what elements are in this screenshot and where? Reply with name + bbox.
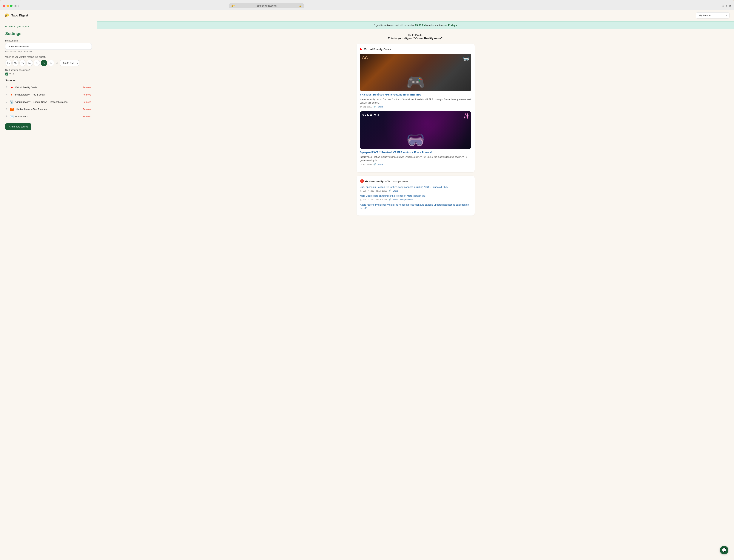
reddit-post-title-2[interactable]: Mark Zuckerberg announces the release of…	[360, 194, 471, 198]
reddit-post-title-3[interactable]: Apple reportedly slashes Vision Pro head…	[360, 203, 471, 210]
source-item-newsletters: ⠿ ✉️ Newsletters Remove	[5, 113, 92, 120]
share-icon-1: 🔗	[373, 106, 376, 108]
share-icon-2: 🔗	[373, 163, 376, 166]
upvotes-1: 960	[363, 190, 366, 192]
digest-banner: Digest is activated and will be sent at …	[97, 21, 734, 29]
youtube-section-icon: ▶	[360, 47, 363, 51]
remove-source-2[interactable]: Remove	[83, 101, 91, 103]
url-display: app.tacodigest.com	[257, 4, 277, 7]
browser-actions: ⎋ + ⧉	[722, 4, 731, 7]
reddit-post-3: Apple reportedly slashes Vision Pro head…	[360, 203, 471, 210]
address-bar[interactable]: 🌮 app.tacodigest.com 🔒	[229, 3, 304, 8]
upvote-icon-2: △	[360, 199, 362, 201]
drag-handle[interactable]: ⠿	[6, 101, 8, 103]
reddit-post-meta-1: △ 960 ○ 220 22 Apr 19:26 🔗 Share	[360, 190, 471, 192]
share-btn-r2[interactable]: Share	[393, 199, 398, 201]
remove-source-0[interactable]: Remove	[83, 86, 91, 89]
video-desc-1: Here's an early look at Gunman Contracts…	[360, 98, 471, 104]
video-title-2[interactable]: Synapse PSVR 2 Preview! VR FPS Action + …	[360, 151, 471, 154]
minimize-button[interactable]	[7, 5, 9, 7]
chat-icon: 💬	[722, 548, 727, 552]
banner-text-middle: and will be sent at	[394, 24, 415, 27]
rss-icon: 📡	[10, 100, 14, 104]
thumbnail-vr1: 🎮 🥽 GC	[360, 54, 471, 91]
share-icon-r2: 🔗	[389, 199, 391, 201]
remove-source-1[interactable]: Remove	[83, 93, 91, 96]
close-button[interactable]	[3, 5, 5, 7]
share-btn-1[interactable]: Share	[377, 106, 383, 108]
sources-list: ⠿ ▶ Virtual Reality Oasis Remove ⠿ ● r/v…	[5, 84, 92, 120]
newsletter-icon: ✉️	[10, 115, 14, 118]
time-select[interactable]: 05:00 PM 06:00 PM 07:00 AM	[60, 60, 79, 66]
last-sent-text: Last sent at 12 Apr 05:01 PM	[5, 50, 92, 53]
back-link[interactable]: ↩ Back to your digests	[5, 25, 92, 28]
at-label: at	[56, 62, 58, 64]
new-tab-icon[interactable]: +	[726, 4, 727, 7]
yes-label: Yes!	[9, 73, 14, 76]
video-title-1[interactable]: VR's Most Realistic FPS Is Getting Even …	[360, 93, 471, 97]
back-link-text: Back to your digests	[8, 25, 30, 28]
account-dropdown[interactable]: My Account ▾	[696, 12, 730, 19]
tabs-icon[interactable]: ⧉	[729, 4, 731, 7]
reddit-post-title-1[interactable]: Zuck opens up Horizon OS to third-party …	[360, 185, 471, 189]
logo-text: Taco Digest	[11, 14, 28, 17]
hn-icon: Y	[10, 108, 14, 111]
post-date-1: 22 Apr 19:26	[375, 190, 387, 192]
drag-handle[interactable]: ⠿	[6, 115, 8, 118]
video-meta-2: 07 Jun 21:00 🔗 Share	[360, 163, 471, 166]
browser-nav: ⊞ ‹	[14, 4, 19, 7]
fullscreen-button[interactable]	[10, 5, 13, 7]
upvotes-2: 470	[363, 199, 366, 201]
share-icon-r1: 🔗	[389, 190, 391, 192]
content-card-1: 🎮 🥽 GC VR's Most Realistic FPS Is Gettin…	[360, 54, 471, 108]
thumbnail-vr2: 🥽 SYNAPSE ✨	[360, 111, 471, 149]
banner-text-after: .	[457, 24, 457, 27]
day-fr[interactable]: Fr	[41, 60, 47, 66]
schedule-label: When do you want to receive this digest?	[5, 56, 92, 58]
chevron-down-icon: ▾	[726, 14, 727, 17]
reddit-post-meta-2: △ 470 ○ 370 22 Apr 17:45 🔗 Share instagr…	[360, 199, 471, 201]
browser-chrome: ⊞ ‹ 🌮 app.tacodigest.com 🔒 ⎋ + ⧉	[0, 0, 734, 10]
reddit-title: r/virtualreality – Top posts per week	[365, 180, 408, 183]
back-nav-icon[interactable]: ‹	[18, 4, 19, 7]
digest-name-input[interactable]	[5, 43, 92, 50]
day-we[interactable]: We	[27, 60, 33, 66]
video-desc-2: In this video I get an exclusive hands o…	[360, 155, 471, 162]
yes-checkbox[interactable]: ✓	[5, 73, 8, 76]
sidebar-icon[interactable]: ⊞	[14, 4, 17, 7]
source-item-gnews: ⠿ 📡 "virtual reality" - Google News – Re…	[5, 98, 92, 106]
sources-label: Sources	[5, 79, 92, 82]
share-btn-2[interactable]: Share	[377, 163, 383, 166]
video-meta-1: 14 Sep 19:00 🔗 Share	[360, 106, 471, 108]
vr-oasis-section: ▶ Virtual Reality Oasis 🎮 🥽 GC	[357, 44, 475, 172]
video-date-2: 07 Jun 21:00	[360, 163, 372, 166]
banner-activated: activated	[383, 24, 394, 27]
chat-button[interactable]: 💬	[720, 546, 728, 554]
logo-area: 🌮 Taco Digest	[4, 13, 28, 18]
logo-icon: 🌮	[4, 13, 10, 18]
add-source-button[interactable]: + Add new source	[5, 123, 31, 130]
right-panel: Digest is activated and will be sent at …	[97, 21, 734, 560]
remove-source-3[interactable]: Remove	[83, 108, 91, 111]
day-sa[interactable]: Sa	[48, 60, 54, 66]
reddit-post-1: Zuck opens up Horizon OS to third-party …	[360, 185, 471, 192]
banner-text-before: Digest is	[374, 24, 383, 27]
drag-handle[interactable]: ⠿	[6, 93, 8, 96]
remove-source-4[interactable]: Remove	[83, 115, 91, 118]
banner-day: on Fridays	[444, 24, 457, 27]
digest-content: Hello Dmitrii This is your digest "Virtu…	[352, 29, 479, 216]
day-su[interactable]: Su	[5, 60, 12, 66]
source-name: "virtual reality" - Google News – Recent…	[15, 101, 81, 103]
share-icon[interactable]: ⎋	[722, 4, 724, 7]
day-tu[interactable]: Tu	[19, 60, 26, 66]
drag-handle[interactable]: ⠿	[6, 108, 8, 111]
back-arrow-icon: ↩	[5, 25, 7, 28]
reddit-name: r/virtualreality	[365, 180, 383, 183]
account-label: My Account	[699, 14, 711, 17]
share-btn-r1[interactable]: Share	[393, 190, 398, 192]
day-th[interactable]: Th	[34, 60, 40, 66]
yes-check: ✓ Yes!	[5, 73, 92, 76]
day-mo[interactable]: Mo	[12, 60, 19, 66]
drag-handle[interactable]: ⠿	[6, 86, 8, 89]
left-panel: ↩ Back to your digests Settings Digest n…	[0, 21, 97, 560]
